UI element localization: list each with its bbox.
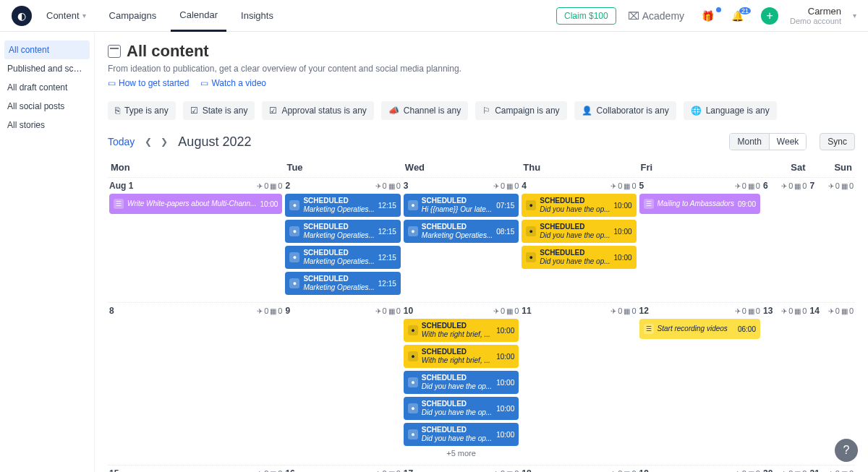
day-cell[interactable]: 6✈0 ▦0 [762,177,809,302]
day-cell[interactable]: 11✈0 ▦0 [520,302,637,465]
sidebar-item[interactable]: All draft content [0,78,94,97]
calendar-small-icon: ▦ [388,470,395,473]
filter-icon: ☑ [269,106,277,116]
day-cell[interactable]: 19✈0 ▦0 [638,465,762,472]
day-cell[interactable]: 18✈0 ▦0 [520,465,637,472]
academy-link[interactable]: ⌧Academy [622,10,690,22]
event-card[interactable]: ●SCHEDULEDDid you have the op...10:00 [522,246,636,269]
sidebar-item[interactable]: Published and schedul… [0,59,94,78]
day-cell[interactable]: 17✈0 ▦0 [402,465,520,472]
calendar-small-icon: ▦ [270,470,276,473]
nav-calendar[interactable]: Calendar [171,0,226,32]
task-card[interactable]: ☰Mailing to Ambassadors09:00 [639,194,760,214]
claim-button[interactable]: Claim $100 [556,7,616,25]
send-icon: ✈ [735,182,741,190]
nav-content[interactable]: Content▾ [38,0,95,32]
help-watch-video[interactable]: ▭Watch a video [200,78,266,88]
event-card[interactable]: ●SCHEDULEDMarketing Operaties...08:15 [404,220,519,243]
month-label: August 2022 [178,134,251,150]
event-card[interactable]: ●SCHEDULEDDid you have the op...10:00 [404,423,519,446]
day-number: 7 [809,181,814,191]
day-stats: ✈0 ▦0 [735,469,760,472]
event-card[interactable]: ●SCHEDULEDMarketing Operaties...12:15 [285,220,400,243]
filter-pill[interactable]: ⚐Campaign is any [475,101,566,120]
filter-pill[interactable]: 📣Channel is any [381,101,468,120]
filter-pill[interactable]: ☑State is any [183,101,255,120]
day-cell[interactable]: 4✈0 ▦0●SCHEDULEDDid you have the op...10… [520,177,637,302]
filter-pill[interactable]: 👤Collaborator is any [574,101,676,120]
view-toggle: Month Week [729,133,807,150]
event-card[interactable]: ●SCHEDULEDMarketing Operaties...12:15 [285,194,400,217]
day-cell[interactable]: Aug 1✈0 ▦0☰Write White-papers about Mult… [108,177,284,302]
day-cell[interactable]: 5✈0 ▦0☰Mailing to Ambassadors09:00 [638,177,762,302]
event-card[interactable]: ●SCHEDULEDDid you have the op...10:00 [522,194,636,217]
day-cell[interactable]: 15✈0 ▦0 [108,465,284,472]
day-number: 20 [763,468,773,472]
day-cell[interactable]: 13✈0 ▦0 [762,302,809,465]
event-card[interactable]: ●SCHEDULEDWith the right brief, ...10:00 [404,319,519,342]
filter-pill[interactable]: ☑Approval status is any [262,101,373,120]
send-icon: ✈ [610,307,616,315]
channel-icon: ● [408,429,418,439]
help-fab[interactable]: ? [835,439,858,462]
task-card[interactable]: ☰Start recording videos06:00 [639,319,760,339]
send-icon: ✈ [781,307,787,315]
day-cell[interactable]: 21✈0 ▦0 [808,465,855,472]
send-icon: ✈ [375,307,381,315]
show-more[interactable]: +5 more [404,449,519,458]
send-icon: ✈ [781,182,787,190]
day-cell[interactable]: 20✈0 ▦0 [762,465,809,472]
sidebar-item[interactable]: All stories [0,116,94,134]
prev-month-button[interactable]: ❮ [142,135,155,148]
sync-button[interactable]: Sync [820,133,855,150]
user-menu[interactable]: Carmen Demo account [790,6,847,25]
nav-insights[interactable]: Insights [232,0,282,32]
day-stats: ✈0 ▦0 [493,181,519,190]
day-of-week-header: Wed [402,158,520,177]
bell-icon[interactable]: 🔔21 [726,10,749,22]
day-cell[interactable]: 8✈0 ▦0 [108,302,284,465]
day-number: 18 [522,468,531,472]
event-card[interactable]: ●SCHEDULEDHi {{name}} Our late...07:15 [404,194,519,217]
event-card[interactable]: ●SCHEDULEDMarketing Operaties...12:15 [285,246,400,269]
card-time: 12:15 [378,228,396,236]
day-cell[interactable]: 2✈0 ▦0●SCHEDULEDMarketing Operaties...12… [284,177,401,302]
create-button[interactable]: + [761,7,778,25]
send-icon: ✈ [828,470,834,473]
day-cell[interactable]: 3✈0 ▦0●SCHEDULEDHi {{name}} Our late...0… [402,177,520,302]
card-time: 10:00 [496,327,514,335]
brand-logo[interactable]: ◐ [12,6,32,26]
view-month[interactable]: Month [730,134,768,150]
day-stats: ✈0 ▦0 [610,181,636,190]
day-stats: ✈0 ▦0 [610,306,636,315]
help-how-to[interactable]: ▭How to get started [108,78,189,88]
filter-pill[interactable]: ⎘Type is any [108,101,176,120]
filter-pill[interactable]: 🌐Language is any [684,101,777,120]
event-card[interactable]: ●SCHEDULEDMarketing Operaties...12:15 [285,272,400,295]
event-card[interactable]: ●SCHEDULEDDid you have the op...10:00 [404,371,519,394]
gift-icon[interactable]: 🎁 [696,10,720,22]
day-cell[interactable]: 12✈0 ▦0☰Start recording videos06:00 [638,302,762,465]
day-number: 2 [285,181,290,191]
send-icon: ✈ [610,182,616,190]
nav-campaigns[interactable]: Campaigns [101,0,166,32]
event-card[interactable]: ●SCHEDULEDDid you have the op...10:00 [404,397,519,420]
top-nav: ◐ Content▾ Campaigns Calendar Insights C… [0,0,868,32]
send-icon: ✈ [781,470,787,473]
next-month-button[interactable]: ❯ [158,135,171,148]
send-icon: ✈ [493,470,499,473]
day-cell[interactable]: 10✈0 ▦0●SCHEDULEDWith the right brief, .… [402,302,520,465]
view-week[interactable]: Week [769,134,806,150]
sidebar-item[interactable]: All social posts [0,97,94,116]
day-cell[interactable]: 9✈0 ▦0 [284,302,401,465]
today-button[interactable]: Today [108,136,135,147]
sidebar-item[interactable]: All content [4,40,90,59]
card-time: 09:00 [738,200,756,208]
event-card[interactable]: ●SCHEDULEDDid you have the op...10:00 [522,220,636,243]
event-card[interactable]: ●SCHEDULEDWith the right brief, ...10:00 [404,345,519,368]
task-card[interactable]: ☰Write White-papers about Multi-Chann...… [109,194,282,214]
sidebar: All contentPublished and schedul…All dra… [0,32,94,472]
filter-icon: ☑ [190,106,198,116]
day-cell[interactable]: 16✈0 ▦0 [284,465,401,472]
day-cell[interactable]: 7✈0 ▦0 [808,177,855,302]
